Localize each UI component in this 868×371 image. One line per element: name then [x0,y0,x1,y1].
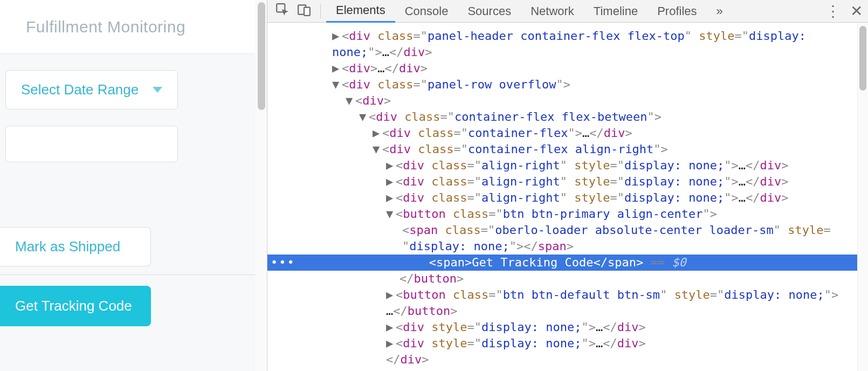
tab-divider [320,4,321,19]
app-header: Fulfillment Monitoring [0,0,267,54]
device-toolbar-button[interactable] [293,1,315,22]
dom-node-selected[interactable]: ••• <span>Get Tracking Code</span> == $0 [267,255,868,271]
dom-node[interactable]: …</button> [267,303,868,319]
dom-node[interactable]: ▶<div class="panel-header container-flex… [267,28,868,44]
dom-node[interactable]: ▼<div class="container-flex align-right"… [267,141,868,157]
kebab-menu-icon[interactable]: ⋮ [825,2,841,20]
dom-node[interactable]: ▶<div class="container-flex">…</div> [267,125,868,141]
dom-node[interactable]: "display: none;"></span> [267,238,868,255]
dom-node[interactable]: ▶<div style="display: none;">…</div> [267,335,868,352]
app-scrollbar[interactable] [255,0,267,371]
dom-node[interactable]: <span class="oberlo-loader absolute-cent… [267,222,868,238]
app-panel: Fulfillment Monitoring Select Date Range… [0,0,267,371]
device-icon [297,3,311,20]
divider [0,274,267,275]
inspect-icon [275,3,290,20]
app-body: Select Date Range Mark as Shipped Get Tr… [0,54,267,371]
dom-node[interactable]: none;">…</div> [267,44,868,60]
dom-node[interactable]: ▶<div>…</div> [267,60,868,77]
dom-node[interactable]: ▶<div style="display: none;">…</div> [267,319,868,335]
get-tracking-code-button[interactable]: Get Tracking Code [0,286,151,326]
chevron-down-icon [153,87,162,93]
svg-rect-2 [304,7,310,15]
dom-node[interactable]: ▼<div class="container-flex flex-between… [267,109,868,125]
dom-node[interactable]: </button> [267,271,868,287]
tab-network[interactable]: Network [521,1,584,22]
devtools-scrollbar[interactable] [857,23,868,371]
devtools-tabbar: Elements Console Sources Network Timelin… [267,0,868,23]
dom-node[interactable]: </div> [267,352,868,368]
dom-node[interactable]: ▶<div class="align-right" style="display… [267,190,868,206]
dom-node[interactable]: </div> [267,368,868,371]
dom-node[interactable]: ▼<div> [267,93,868,109]
tab-elements[interactable]: Elements [326,0,395,23]
filter-card-blank[interactable] [5,126,178,162]
ellipsis-icon[interactable]: ••• [267,255,300,271]
get-tracking-code-label: Get Tracking Code [15,298,132,314]
mark-as-shipped-label: Mark as Shipped [15,238,120,255]
close-icon[interactable]: ✕ [850,2,863,20]
selected-node-text: Get Tracking Code [472,255,593,271]
tab-profiles[interactable]: Profiles [647,1,706,22]
elements-tree[interactable]: ▶<div class="panel-header container-flex… [267,23,868,371]
dom-node[interactable]: ▶<button class="btn btn-default btn-sm" … [267,287,868,303]
date-range-label: Select Date Range [21,81,139,98]
app-scrollbar-thumb[interactable] [258,2,265,110]
devtools-panel: Elements Console Sources Network Timelin… [267,0,868,371]
dom-node[interactable]: ▼<div class="panel-row overflow"> [267,77,868,93]
devtools-scrollbar-thumb[interactable] [859,26,866,91]
tab-console[interactable]: Console [395,1,458,22]
mark-as-shipped-button[interactable]: Mark as Shipped [0,227,151,266]
tab-sources[interactable]: Sources [458,1,521,22]
tab-timeline[interactable]: Timeline [584,1,647,22]
dom-node[interactable]: ▼<button class="btn btn-primary align-ce… [267,206,868,222]
inspect-element-button[interactable] [272,1,293,22]
dom-node[interactable]: ▶<div class="align-right" style="display… [267,157,868,174]
tab-overflow[interactable]: » [707,1,733,22]
date-range-select[interactable]: Select Date Range [5,70,178,109]
dom-node[interactable]: ▶<div class="align-right" style="display… [267,174,868,190]
page-title: Fulfillment Monitoring [26,18,185,36]
